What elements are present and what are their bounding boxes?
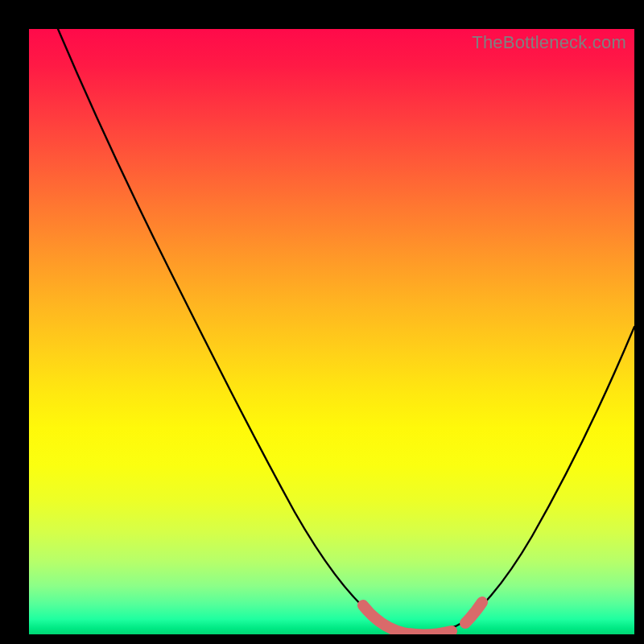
watermark-text: TheBottleneck.com	[472, 32, 626, 53]
chart-plot-area: TheBottleneck.com	[29, 29, 634, 634]
chart-frame: TheBottleneck.com	[10, 10, 634, 634]
bottleneck-curve	[58, 29, 634, 633]
chart-svg	[29, 29, 634, 634]
optimal-band-highlight	[363, 602, 482, 634]
